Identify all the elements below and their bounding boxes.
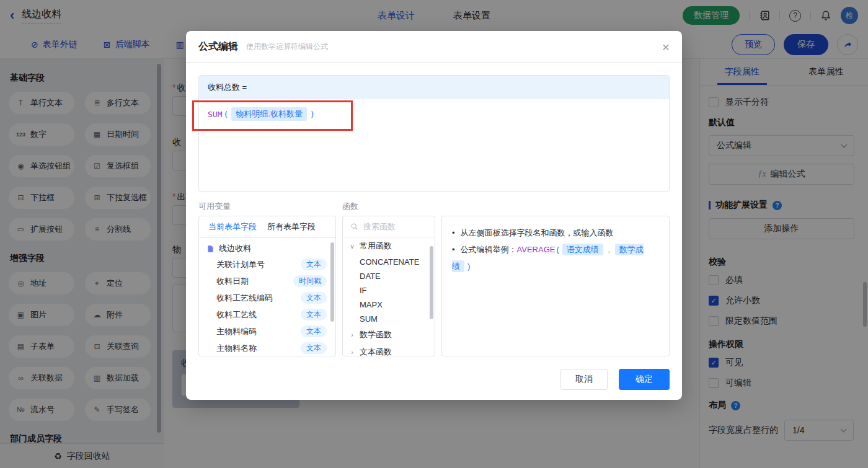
modal-footer: 取消 确定 [560, 369, 670, 390]
modal-header: 公式编辑 使用数学运算符编辑公式 × [186, 31, 682, 63]
open-paren: ( [222, 110, 229, 119]
comma: ， [605, 245, 613, 254]
example-function-name: AVERAGE [517, 245, 556, 254]
variable-item[interactable]: 主物料名称文本 [199, 340, 335, 356]
cancel-button[interactable]: 取消 [560, 369, 608, 390]
function-item[interactable]: CONCATENATE [343, 255, 435, 269]
help-column: 从左侧面板选择字段名和函数，或输入函数 公式编辑举例：AVERAGE(语文成绩，… [441, 201, 670, 356]
variable-item[interactable]: 收料工艺线编码文本 [199, 289, 335, 306]
modal-subtitle: 使用数学运算符编辑公式 [246, 42, 328, 52]
variables-column: 可用变量 当前表单字段 所有表单字段 线边收料 关联计划单号文本 收料日期时间戳… [198, 201, 336, 356]
help-tip-1: 从左侧面板选择字段名和函数，或输入函数 [452, 224, 659, 241]
variable-item[interactable]: 关联计划单号文本 [199, 256, 335, 273]
chevron-right-icon: › [349, 348, 355, 356]
function-group-text[interactable]: › 文本函数 [343, 343, 435, 356]
example-field-token: 语文成绩 [562, 244, 603, 255]
confirm-button[interactable]: 确定 [619, 369, 670, 390]
variables-panel: 当前表单字段 所有表单字段 线边收料 关联计划单号文本 收料日期时间戳 收料工艺… [198, 216, 336, 356]
type-badge: 文本 [301, 325, 327, 337]
formula-input-area[interactable]: SUM(物料明细.收料数量) [199, 99, 669, 129]
formula-function-name: SUM [208, 110, 222, 119]
function-group-math[interactable]: › 数学函数 [343, 326, 435, 343]
function-group-common[interactable]: ∨ 常用函数 [343, 237, 435, 255]
type-badge: 文本 [301, 258, 327, 270]
variables-tree-root[interactable]: 线边收料 [199, 238, 335, 256]
type-badge: 文本 [301, 309, 327, 320]
help-tip-2: 公式编辑举例：AVERAGE(语文成绩，数学成绩) [452, 241, 659, 275]
function-search[interactable] [343, 216, 435, 237]
type-badge: 时间戳 [293, 275, 327, 287]
help-panel: 从左侧面板选择字段名和函数，或输入函数 公式编辑举例：AVERAGE(语文成绩，… [441, 216, 670, 356]
form-file-icon [206, 245, 215, 253]
open-paren: ( [555, 245, 560, 254]
modal-body: 收料总数 = SUM(物料明细.收料数量) 可用变量 当前表单字段 所有表单字段 [186, 63, 682, 369]
app-window: ‹ 线边收料 表单设计 表单设置 数据管理 ? [0, 0, 868, 468]
variables-label: 可用变量 [198, 201, 336, 213]
modal-columns: 可用变量 当前表单字段 所有表单字段 线边收料 关联计划单号文本 收料日期时间戳… [198, 201, 670, 356]
tab-all-form-fields[interactable]: 所有表单字段 [267, 221, 316, 232]
type-badge: 文本 [301, 342, 327, 354]
variable-item[interactable]: 收料工艺线文本 [199, 306, 335, 323]
formula-target-bar: 收料总数 = [199, 76, 669, 99]
type-badge: 文本 [301, 292, 327, 304]
functions-scrollbar[interactable] [430, 246, 433, 319]
function-item[interactable]: SUM [343, 312, 435, 326]
functions-column: 函数 ∨ 常用函数 CONCATENATE DATE IF M [342, 201, 435, 356]
variables-scrollbar[interactable] [330, 242, 334, 322]
modal-title: 公式编辑 [198, 40, 238, 53]
function-item[interactable]: IF [343, 283, 435, 298]
functions-label: 函数 [342, 201, 435, 213]
chevron-down-icon: ∨ [349, 242, 355, 250]
functions-panel: ∨ 常用函数 CONCATENATE DATE IF MAPX SUM › 数学… [342, 216, 435, 356]
help-label-spacer [441, 201, 670, 213]
variable-item[interactable]: 主物料编码文本 [199, 323, 335, 340]
function-item[interactable]: MAPX [343, 298, 435, 312]
tab-current-form-fields[interactable]: 当前表单字段 [208, 221, 257, 232]
close-icon[interactable]: × [662, 40, 670, 53]
function-item[interactable]: DATE [343, 269, 435, 283]
search-icon [350, 223, 358, 231]
chevron-right-icon: › [349, 331, 355, 338]
field-token-chip[interactable]: 物料明细.收料数量 [231, 107, 307, 121]
variable-item[interactable]: 收料日期时间戳 [199, 273, 335, 289]
close-paren: ) [309, 110, 316, 119]
variables-tabs: 当前表单字段 所有表单字段 [199, 216, 335, 238]
formula-editor-modal: 公式编辑 使用数学运算符编辑公式 × 收料总数 = SUM(物料明细.收料数量)… [186, 31, 682, 400]
close-paren: ) [466, 262, 471, 271]
formula-editor: 收料总数 = SUM(物料明细.收料数量) [198, 75, 670, 192]
function-search-input[interactable] [363, 222, 425, 231]
